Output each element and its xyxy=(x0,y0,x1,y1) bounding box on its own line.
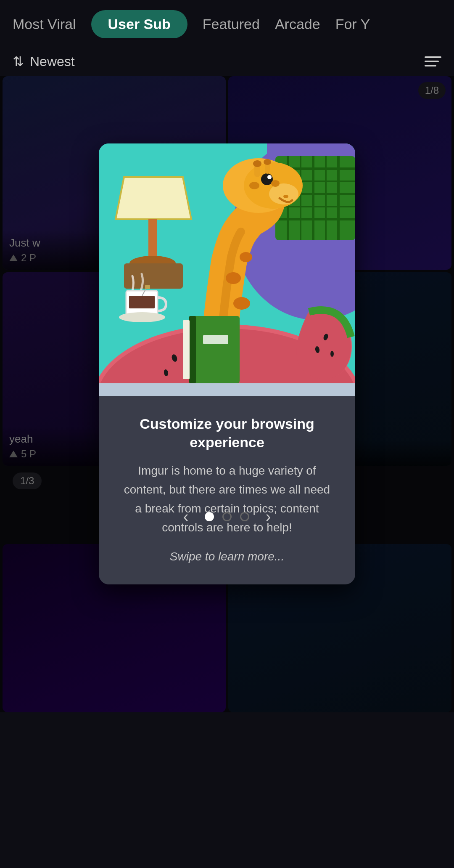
next-page-button[interactable]: › xyxy=(258,506,279,527)
svg-point-30 xyxy=(253,160,261,167)
svg-rect-49 xyxy=(203,335,228,344)
svg-point-37 xyxy=(240,252,252,262)
page-dot-2[interactable] xyxy=(222,512,232,521)
sort-left[interactable]: ⇅ Newest xyxy=(13,53,75,69)
svg-point-52 xyxy=(330,351,334,357)
svg-rect-15 xyxy=(148,219,157,261)
svg-rect-47 xyxy=(189,316,196,383)
modal-illustration xyxy=(99,143,355,396)
tab-user-sub[interactable]: User Sub xyxy=(91,10,187,38)
svg-rect-22 xyxy=(145,285,150,289)
svg-rect-19 xyxy=(129,296,155,308)
giraffe-illustration xyxy=(99,143,355,396)
filter-line-1 xyxy=(425,56,441,58)
bottom-spacer xyxy=(0,712,454,847)
modal-swipe-hint: Swipe to learn more... xyxy=(120,550,334,563)
svg-point-27 xyxy=(267,175,272,179)
svg-point-39 xyxy=(271,180,280,187)
tab-for-you[interactable]: For Y xyxy=(335,16,370,32)
modal-overlay: Customize your browsing experience Imgur… xyxy=(0,76,454,712)
svg-rect-48 xyxy=(183,320,190,379)
content-area: Just w 2 P 1/8 yeah 5 P xyxy=(0,76,454,712)
tab-arcade[interactable]: Arcade xyxy=(275,16,320,32)
sort-label: Newest xyxy=(30,54,75,69)
filter-line-3 xyxy=(425,65,436,66)
svg-point-33 xyxy=(226,272,241,284)
svg-marker-14 xyxy=(116,177,191,219)
nav-tabs: Most Viral User Sub Featured Arcade For … xyxy=(0,0,454,47)
svg-point-28 xyxy=(283,195,288,198)
pagination: ‹ › xyxy=(0,494,454,536)
modal-title: Customize your browsing experience xyxy=(120,414,334,451)
filter-line-2 xyxy=(425,61,439,62)
tab-most-viral[interactable]: Most Viral xyxy=(13,16,76,32)
svg-point-32 xyxy=(264,159,271,165)
modal-content: Customize your browsing experience Imgur… xyxy=(99,396,355,584)
svg-point-26 xyxy=(261,173,273,185)
svg-rect-46 xyxy=(189,316,240,383)
svg-point-20 xyxy=(119,312,165,322)
filter-icon[interactable] xyxy=(425,56,441,66)
sort-bar: ⇅ Newest xyxy=(0,47,454,76)
svg-point-38 xyxy=(249,182,259,189)
page-dot-3[interactable] xyxy=(240,512,249,521)
tab-featured[interactable]: Featured xyxy=(203,16,260,32)
prev-page-button[interactable]: ‹ xyxy=(175,506,196,527)
svg-point-34 xyxy=(233,297,250,310)
page-dot-1[interactable] xyxy=(205,512,214,521)
svg-rect-45 xyxy=(99,383,355,396)
sort-arrows-icon: ⇅ xyxy=(13,53,24,69)
